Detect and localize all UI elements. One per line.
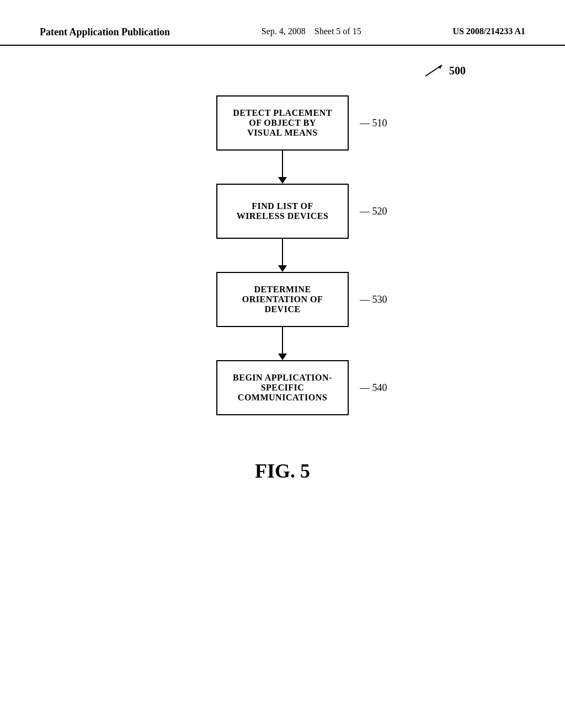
box-530-number: 530 bbox=[372, 294, 387, 305]
flowchart: DETECT PLACEMENTOF OBJECT BYVISUAL MEANS… bbox=[216, 95, 349, 415]
diagram-area: 500 DETECT PLACEMENTOF OBJECT BYVISUAL M… bbox=[0, 79, 565, 483]
publication-title: Patent Application Publication bbox=[40, 26, 170, 38]
arrow-head-1 bbox=[278, 177, 287, 184]
figure-caption: FIG. 5 bbox=[255, 459, 310, 483]
box-520-number: 520 bbox=[372, 206, 387, 217]
box-530-text: DETERMINEORIENTATION OFDEVICE bbox=[242, 285, 323, 314]
box-520-label: ― 520 bbox=[360, 206, 387, 217]
box-540-label: ― 540 bbox=[360, 382, 387, 394]
box-540-text: BEGIN APPLICATION-SPECIFICCOMMUNICATIONS bbox=[233, 373, 332, 403]
sheet-info: Sheet 5 of 15 bbox=[315, 26, 361, 36]
arrow-line-1 bbox=[282, 151, 283, 177]
flowchart-step-540: BEGIN APPLICATION-SPECIFICCOMMUNICATIONS… bbox=[216, 360, 349, 415]
publication-date: Sep. 4, 2008 bbox=[262, 26, 306, 36]
page-header: Patent Application Publication Sep. 4, 2… bbox=[0, 0, 565, 46]
flowchart-step-520: FIND LIST OFWIRELESS DEVICES ― 520 bbox=[216, 184, 349, 239]
box-510-label: ― 510 bbox=[360, 117, 387, 129]
box-520-slash: ― bbox=[360, 206, 372, 217]
arrow-1 bbox=[278, 151, 287, 184]
figure-arrow-icon bbox=[423, 62, 445, 79]
box-540: BEGIN APPLICATION-SPECIFICCOMMUNICATIONS bbox=[216, 360, 349, 415]
arrow-3 bbox=[278, 327, 287, 360]
svg-marker-1 bbox=[438, 65, 442, 69]
flowchart-step-510: DETECT PLACEMENTOF OBJECT BYVISUAL MEANS… bbox=[216, 95, 349, 151]
arrow-2 bbox=[278, 239, 287, 272]
box-520-text: FIND LIST OFWIRELESS DEVICES bbox=[237, 201, 329, 221]
box-520: FIND LIST OFWIRELESS DEVICES bbox=[216, 184, 349, 239]
box-510: DETECT PLACEMENTOF OBJECT BYVISUAL MEANS bbox=[216, 95, 349, 151]
box-510-text: DETECT PLACEMENTOF OBJECT BYVISUAL MEANS bbox=[233, 108, 332, 138]
figure-number: 500 bbox=[449, 65, 466, 77]
publication-date-sheet: Sep. 4, 2008 Sheet 5 of 15 bbox=[262, 26, 361, 36]
patent-number: US 2008/214233 A1 bbox=[452, 26, 525, 36]
arrow-line-3 bbox=[282, 327, 283, 354]
flowchart-step-530: DETERMINEORIENTATION OFDEVICE ― 530 bbox=[216, 272, 349, 327]
box-510-slash: ― bbox=[360, 117, 372, 129]
box-540-slash: ― bbox=[360, 382, 372, 393]
figure-number-label: 500 bbox=[423, 62, 466, 79]
arrow-head-2 bbox=[278, 265, 287, 272]
box-540-number: 540 bbox=[372, 382, 387, 393]
box-530: DETERMINEORIENTATION OFDEVICE bbox=[216, 272, 349, 327]
box-510-number: 510 bbox=[372, 117, 387, 129]
arrow-head-3 bbox=[278, 354, 287, 360]
box-530-slash: ― bbox=[360, 294, 372, 305]
arrow-line-2 bbox=[282, 239, 283, 265]
box-530-label: ― 530 bbox=[360, 294, 387, 306]
